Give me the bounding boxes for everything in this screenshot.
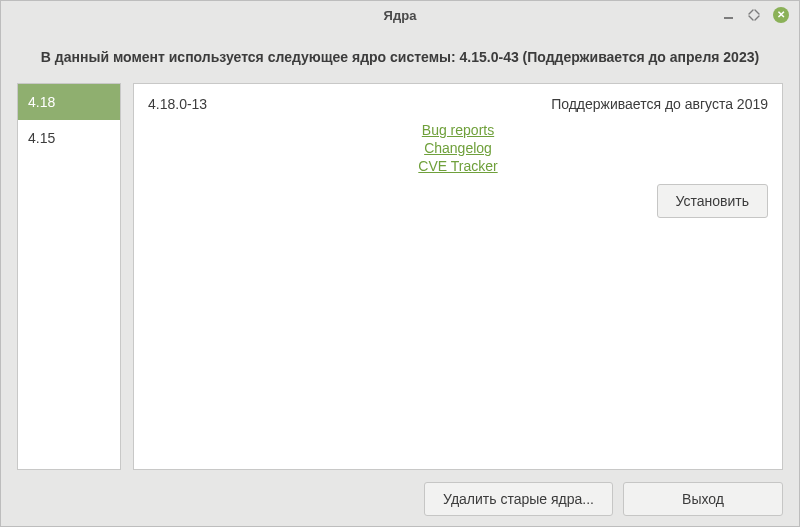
main-row: 4.18 4.15 4.18.0-13 Поддерживается до ав… — [17, 83, 783, 470]
kernel-links: Bug reports Changelog CVE Tracker — [148, 122, 768, 174]
content-area: В данный момент используется следующее я… — [1, 29, 799, 526]
kernel-version: 4.18.0-13 — [148, 96, 207, 112]
sidebar-item-label: 4.15 — [28, 130, 55, 146]
maximize-icon[interactable] — [747, 8, 761, 22]
kernel-details-panel: 4.18.0-13 Поддерживается до августа 2019… — [133, 83, 783, 470]
install-row: Установить — [148, 184, 768, 218]
window-title: Ядра — [1, 8, 799, 23]
exit-button[interactable]: Выход — [623, 482, 783, 516]
window-controls: ✕ — [721, 7, 799, 23]
cve-tracker-link[interactable]: CVE Tracker — [418, 158, 497, 174]
bug-reports-link[interactable]: Bug reports — [422, 122, 494, 138]
minimize-icon[interactable] — [721, 8, 735, 22]
remove-old-kernels-button[interactable]: Удалить старые ядра... — [424, 482, 613, 516]
titlebar: Ядра ✕ — [1, 1, 799, 29]
install-button[interactable]: Установить — [657, 184, 768, 218]
kernel-support-text: Поддерживается до августа 2019 — [551, 96, 768, 112]
changelog-link[interactable]: Changelog — [424, 140, 492, 156]
sidebar-item-4-15[interactable]: 4.15 — [18, 120, 120, 156]
footer-buttons: Удалить старые ядра... Выход — [17, 482, 783, 516]
close-icon[interactable]: ✕ — [773, 7, 789, 23]
kernel-header-row: 4.18.0-13 Поддерживается до августа 2019 — [148, 96, 768, 112]
sidebar-item-label: 4.18 — [28, 94, 55, 110]
kernel-series-list[interactable]: 4.18 4.15 — [17, 83, 121, 470]
kernels-window: Ядра ✕ В данный момент используется след… — [0, 0, 800, 527]
sidebar-item-4-18[interactable]: 4.18 — [18, 84, 120, 120]
current-kernel-banner: В данный момент используется следующее я… — [17, 49, 783, 65]
